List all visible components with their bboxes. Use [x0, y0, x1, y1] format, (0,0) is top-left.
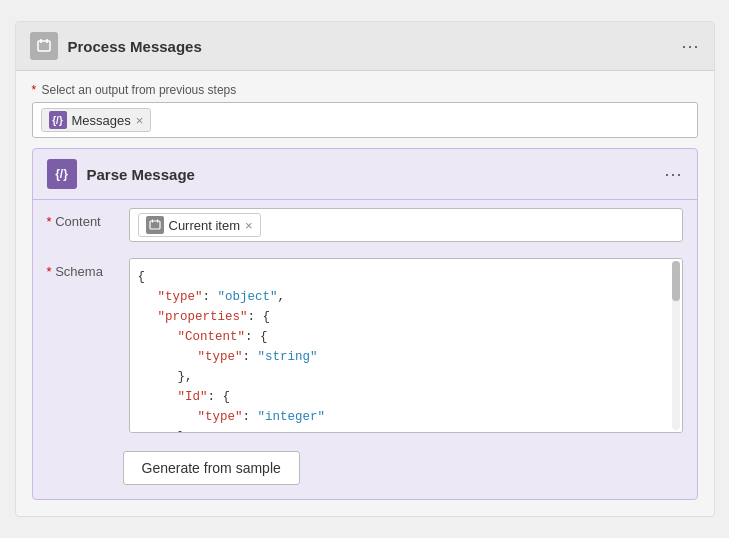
code-line-1: "type": "object", — [138, 287, 674, 307]
parse-header-left: {/} Parse Message — [47, 159, 195, 189]
schema-editor[interactable]: { "type": "object", "properties": { "Con… — [129, 258, 683, 433]
process-messages-menu-button[interactable]: ··· — [681, 36, 699, 57]
schema-field-row: * Schema { "type": "object", "properties… — [33, 250, 697, 441]
messages-tag-close[interactable]: × — [136, 114, 144, 127]
current-item-close[interactable]: × — [245, 219, 253, 232]
scrollbar-track — [672, 261, 680, 430]
current-item-text: Current item — [169, 218, 241, 233]
messages-tag: {/} Messages × — [41, 108, 152, 132]
current-item-tag: Current item × — [138, 213, 261, 237]
code-line-0: { — [138, 267, 674, 287]
required-star: * — [32, 83, 37, 97]
current-item-tag-icon — [146, 216, 164, 234]
parse-message-menu-button[interactable]: ··· — [664, 164, 682, 185]
content-tag-input[interactable]: Current item × — [129, 208, 683, 242]
code-line-3: "Content": { — [138, 327, 674, 347]
process-messages-icon — [30, 32, 58, 60]
schema-label: * Schema — [47, 258, 117, 279]
messages-tag-icon: {/} — [49, 111, 67, 129]
generate-from-sample-button[interactable]: Generate from sample — [123, 451, 300, 485]
main-container: Process Messages ··· * Select an output … — [15, 21, 715, 517]
code-line-6: "Id": { — [138, 387, 674, 407]
messages-tag-text: Messages — [72, 113, 131, 128]
process-messages-header: Process Messages ··· — [16, 22, 714, 71]
code-line-8: } — [138, 427, 674, 433]
code-line-2: "properties": { — [138, 307, 674, 327]
code-line-4: "type": "string" — [138, 347, 674, 367]
select-output-input[interactable]: {/} Messages × — [32, 102, 698, 138]
parse-message-title: Parse Message — [87, 166, 195, 183]
code-line-7: "type": "integer" — [138, 407, 674, 427]
parse-message-block: {/} Parse Message ··· * Content — [32, 148, 698, 500]
scrollbar-thumb — [672, 261, 680, 301]
code-line-5: }, — [138, 367, 674, 387]
content-input-area: Current item × — [129, 208, 683, 242]
parse-message-header: {/} Parse Message ··· — [33, 149, 697, 200]
header-left: Process Messages — [30, 32, 202, 60]
generate-button-row: Generate from sample — [33, 441, 697, 499]
select-output-label: * Select an output from previous steps — [32, 83, 698, 97]
schema-editor-area: { "type": "object", "properties": { "Con… — [129, 258, 683, 433]
content-field-row: * Content Current item × — [33, 200, 697, 250]
content-label: * Content — [47, 208, 117, 229]
process-messages-title: Process Messages — [68, 38, 202, 55]
select-output-section: * Select an output from previous steps {… — [16, 71, 714, 148]
svg-rect-0 — [38, 41, 50, 51]
parse-message-icon: {/} — [47, 159, 77, 189]
svg-rect-3 — [150, 221, 160, 229]
